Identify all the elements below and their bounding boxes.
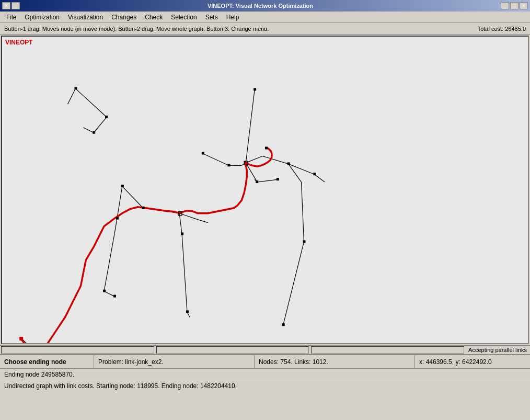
- status-cost: Total cost: 26485.0: [478, 26, 526, 32]
- progress-area: Accepting parallel links: [0, 345, 530, 355]
- svg-rect-51: [116, 217, 119, 220]
- maximize-button[interactable]: □: [510, 2, 519, 9]
- bottom-status: Choose ending node Problem: link-jonk_ex…: [0, 355, 530, 391]
- window-controls[interactable]: _ □ ✕: [501, 2, 528, 9]
- svg-rect-40: [276, 178, 279, 180]
- svg-line-16: [182, 234, 187, 312]
- statusbar-top: Button-1 drag: Moves node (in move mode)…: [0, 23, 530, 35]
- svg-line-18: [246, 156, 262, 163]
- svg-rect-43: [121, 185, 124, 187]
- minimize-button[interactable]: _: [501, 2, 509, 9]
- svg-rect-35: [105, 116, 108, 118]
- window-title: VINEOPT: Visual Network Optimization: [20, 3, 501, 9]
- menubar: File Optimization Visualization Changes …: [0, 12, 530, 23]
- svg-line-15: [179, 213, 182, 234]
- nodes-links-label: Nodes: 754. Links: 1012.: [255, 355, 415, 368]
- network-graph: [2, 37, 528, 343]
- svg-rect-58: [186, 310, 189, 313]
- progress-segment-2: [156, 346, 309, 354]
- svg-line-14: [198, 220, 208, 223]
- svg-rect-39: [256, 180, 258, 183]
- svg-rect-34: [74, 87, 77, 89]
- network-canvas[interactable]: VINEOPT: [1, 36, 529, 344]
- menu-help[interactable]: Help: [222, 13, 244, 22]
- close-button[interactable]: ✕: [2, 2, 10, 9]
- svg-rect-50: [313, 173, 316, 175]
- svg-line-4: [246, 89, 255, 163]
- accepting-parallel-links-label: Accepting parallel links: [465, 347, 530, 353]
- svg-line-3: [68, 88, 76, 104]
- minimize-button-left[interactable]: _: [11, 2, 20, 9]
- close-window-button[interactable]: ✕: [520, 2, 528, 9]
- svg-rect-42: [227, 164, 230, 166]
- menu-sets[interactable]: Sets: [201, 13, 222, 22]
- svg-rect-48: [282, 323, 285, 326]
- svg-line-22: [283, 242, 304, 325]
- svg-rect-36: [93, 131, 95, 134]
- svg-rect-46: [181, 232, 183, 235]
- svg-line-0: [75, 88, 107, 117]
- svg-line-21: [302, 182, 304, 242]
- ending-node-row: Ending node 249585870.: [0, 368, 530, 380]
- svg-line-27: [104, 234, 114, 291]
- problem-label: Problem: link-jonk_ex2.: [94, 355, 255, 368]
- svg-rect-59: [265, 147, 268, 150]
- svg-rect-49: [287, 162, 290, 165]
- svg-line-6: [257, 179, 278, 182]
- svg-rect-37: [254, 88, 256, 90]
- titlebar: ✕ _ VINEOPT: Visual Network Optimization…: [0, 0, 530, 12]
- svg-line-2: [83, 128, 94, 133]
- svg-rect-44: [142, 207, 145, 209]
- svg-rect-52: [103, 290, 106, 292]
- ending-node-text: Ending node 249585870.: [4, 371, 74, 378]
- menu-check[interactable]: Check: [141, 13, 167, 22]
- menu-file[interactable]: File: [2, 13, 20, 22]
- svg-rect-53: [113, 295, 116, 298]
- status-row-1: Choose ending node Problem: link-jonk_ex…: [0, 355, 530, 368]
- graph-info-row: Undirected graph with link costs. Starti…: [0, 380, 530, 391]
- svg-line-11: [122, 186, 143, 208]
- menu-visualization[interactable]: Visualization: [64, 13, 107, 22]
- progress-segment-3: [311, 346, 464, 354]
- svg-line-8: [203, 153, 229, 165]
- svg-rect-41: [202, 152, 204, 154]
- progress-segment-1: [1, 346, 154, 354]
- app-label: VINEOPT: [5, 39, 33, 46]
- svg-rect-54: [19, 337, 23, 340]
- menu-selection[interactable]: Selection: [167, 13, 201, 22]
- choose-ending-node-label: Choose ending node: [0, 355, 94, 368]
- svg-line-26: [114, 219, 117, 234]
- status-instructions: Button-1 drag: Moves node (in move mode)…: [4, 26, 478, 32]
- menu-changes[interactable]: Changes: [107, 13, 141, 22]
- svg-rect-47: [303, 240, 306, 243]
- titlebar-left-controls[interactable]: ✕ _: [2, 2, 20, 9]
- svg-line-24: [314, 174, 325, 182]
- graph-info-text: Undirected graph with link costs. Starti…: [4, 382, 237, 390]
- coordinates-label: x: 446396.5, y: 6422492.0: [415, 355, 530, 368]
- svg-line-1: [94, 117, 107, 133]
- menu-optimization[interactable]: Optimization: [20, 13, 64, 22]
